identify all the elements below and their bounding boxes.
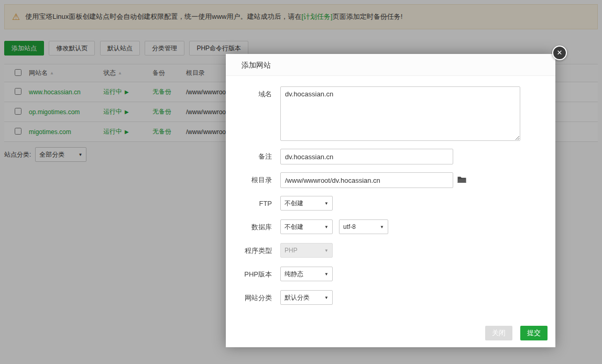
root-input[interactable] [280,172,453,188]
chevron-down-icon: ▼ [324,201,329,206]
chevron-down-icon: ▼ [324,272,329,277]
domain-textarea[interactable]: dv.hocassian.cn [280,86,520,141]
site-category-select-value: 默认分类 [284,293,310,302]
php-version-label: PHP版本 [226,267,280,282]
modal-body: 域名 dv.hocassian.cn 备注 根目录 FTP 不创建 ▼ 数据库 … [226,76,555,306]
program-type-select-value: PHP [284,247,298,254]
domain-row: 域名 dv.hocassian.cn [226,86,555,141]
site-category-select[interactable]: 默认分类 ▼ [280,290,333,305]
root-row: 根目录 [226,172,555,188]
domain-label: 域名 [226,86,280,102]
database-row: 数据库 不创建 ▼ utf-8 ▼ [226,219,555,235]
modal-title: 添加网站 [242,61,271,69]
ftp-select-value: 不创建 [284,199,303,208]
chevron-down-icon: ▼ [324,295,329,300]
chevron-down-icon: ▼ [324,225,329,229]
close-button[interactable]: 关闭 [485,326,512,340]
database-select-value: 不创建 [284,223,303,231]
add-site-modal: ✕ 添加网站 域名 dv.hocassian.cn 备注 根目录 FTP 不创建… [226,54,555,347]
ftp-row: FTP 不创建 ▼ [226,196,555,212]
modal-footer: 关闭 提交 [226,319,555,347]
note-input[interactable] [280,149,453,164]
modal-header: 添加网站 [226,54,555,76]
site-category-row: 网站分类 默认分类 ▼ [226,290,555,306]
php-version-select[interactable]: 纯静态 ▼ [280,267,333,281]
folder-icon[interactable] [457,176,466,183]
root-label: 根目录 [226,172,280,188]
note-row: 备注 [226,149,555,164]
note-label: 备注 [226,149,280,164]
submit-button[interactable]: 提交 [520,326,548,340]
chevron-down-icon: ▼ [380,225,384,229]
php-version-row: PHP版本 纯静态 ▼ [226,267,555,282]
ftp-label: FTP [226,196,280,212]
php-version-select-value: 纯静态 [284,270,303,279]
database-select[interactable]: 不创建 ▼ [280,219,333,234]
charset-select-value: utf-8 [343,223,356,230]
charset-select[interactable]: utf-8 ▼ [339,219,388,234]
program-type-row: 程序类型 PHP ▼ [226,243,555,259]
program-type-select: PHP ▼ [280,243,333,258]
program-type-label: 程序类型 [226,243,280,259]
ftp-select[interactable]: 不创建 ▼ [280,196,333,211]
site-category-label: 网站分类 [226,290,280,306]
close-icon[interactable]: ✕ [552,46,567,60]
chevron-down-icon: ▼ [324,248,329,253]
database-label: 数据库 [226,219,280,235]
